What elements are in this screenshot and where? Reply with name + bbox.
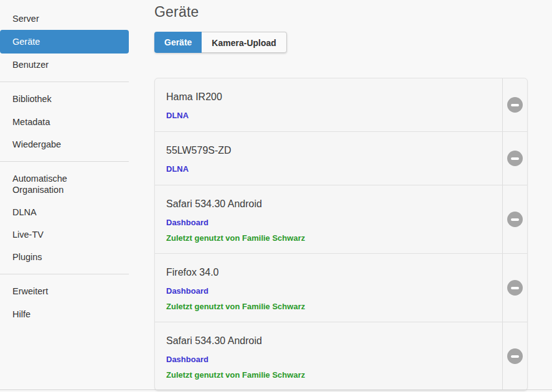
device-name: 55LW579S-ZD <box>166 145 492 156</box>
tab-bar: Geräte Kamera-Upload <box>154 32 287 53</box>
device-action-cell <box>502 132 527 185</box>
sidebar-item-label: Live-TV <box>12 230 44 240</box>
device-info: Hama IR200 DLNA <box>155 78 502 131</box>
device-last-used: Zuletzt genutzt von Familie Schwarz <box>166 370 492 380</box>
sidebar-item-bibliothek[interactable]: Bibliothek <box>0 88 129 110</box>
sidebar-divider <box>0 274 129 274</box>
sidebar-groups: Server Geräte Benutzer Bibliothek Metada… <box>0 7 129 325</box>
tab-kamera-upload[interactable]: Kamera-Upload <box>202 32 286 53</box>
sidebar-item-benutzer[interactable]: Benutzer <box>0 54 129 76</box>
device-info: Safari 534.30 Android Dashboard Zuletzt … <box>155 322 502 390</box>
sidebar-item-label: Server <box>12 14 39 24</box>
device-name: Safari 534.30 Android <box>166 198 492 210</box>
device-app-link[interactable]: DLNA <box>166 164 189 174</box>
sidebar-item-ger-te[interactable]: Geräte <box>0 30 129 54</box>
sidebar-item-wiedergabe[interactable]: Wiedergabe <box>0 133 129 156</box>
device-row: 55LW579S-ZD DLNA <box>155 132 527 185</box>
sidebar-item-label: Plugins <box>12 252 42 262</box>
device-action-cell <box>502 254 527 322</box>
sidebar-item-label: DLNA <box>12 207 37 217</box>
device-row: Safari 534.30 Android Dashboard Zuletzt … <box>155 185 527 254</box>
device-info: Firefox 34.0 Dashboard Zuletzt genutzt v… <box>155 254 502 322</box>
sidebar: Server Geräte Benutzer Bibliothek Metada… <box>0 0 129 325</box>
device-app-link[interactable]: Dashboard <box>166 355 208 364</box>
sidebar-item-plugins[interactable]: Plugins <box>0 246 129 268</box>
sidebar-item-metadata[interactable]: Metadata <box>0 111 129 133</box>
device-app-link[interactable]: Dashboard <box>166 218 208 227</box>
tab-ger-te[interactable]: Geräte <box>154 32 202 53</box>
device-row: Hama IR200 DLNA <box>155 78 527 132</box>
device-last-used: Zuletzt genutzt von Familie Schwarz <box>166 302 492 311</box>
sidebar-item-automatische-organisation[interactable]: Automatische Organisation <box>0 167 129 201</box>
sidebar-item-hilfe[interactable]: Hilfe <box>0 303 129 325</box>
minus-circle-icon <box>511 218 519 221</box>
sidebar-item-label: Geräte <box>12 37 40 47</box>
minus-circle-icon <box>511 104 519 106</box>
minus-circle-icon <box>511 287 519 289</box>
main-content: Geräte Geräte Kamera-Upload Hama IR200 D… <box>154 0 528 391</box>
device-action-cell <box>502 185 527 253</box>
minus-circle-icon <box>511 157 519 160</box>
remove-device-button[interactable] <box>507 280 523 296</box>
minus-circle-icon <box>511 355 519 358</box>
device-name: Safari 534.30 Android <box>166 335 492 347</box>
sidebar-item-label: Bibliothek <box>12 94 52 104</box>
sidebar-item-label: Benutzer <box>12 60 49 70</box>
device-name: Hama IR200 <box>166 91 492 103</box>
device-app-link[interactable]: DLNA <box>166 111 189 120</box>
device-action-cell <box>502 78 527 131</box>
sidebar-item-label: Automatische Organisation <box>12 174 67 195</box>
device-row: Firefox 34.0 Dashboard Zuletzt genutzt v… <box>155 254 527 322</box>
sidebar-item-label: Hilfe <box>12 309 30 319</box>
page-title: Geräte <box>154 0 528 21</box>
sidebar-divider <box>0 82 129 82</box>
device-list: Hama IR200 DLNA 55LW579S-ZD DLNA Safari … <box>154 78 528 391</box>
device-row: Safari 534.30 Android Dashboard Zuletzt … <box>155 322 527 390</box>
settings-page: Server Geräte Benutzer Bibliothek Metada… <box>0 0 552 392</box>
device-info: 55LW579S-ZD DLNA <box>155 132 502 185</box>
sidebar-divider <box>0 161 129 162</box>
sidebar-item-label: Erweitert <box>12 286 48 296</box>
remove-device-button[interactable] <box>507 212 523 227</box>
bottom-edge-divider <box>0 390 552 390</box>
device-action-cell <box>502 322 527 390</box>
sidebar-item-label: Wiedergabe <box>12 139 61 149</box>
remove-device-button[interactable] <box>507 348 523 364</box>
sidebar-item-server[interactable]: Server <box>0 7 129 30</box>
device-last-used: Zuletzt genutzt von Familie Schwarz <box>166 233 492 243</box>
remove-device-button[interactable] <box>507 151 523 166</box>
sidebar-item-live-tv[interactable]: Live-TV <box>0 223 129 246</box>
sidebar-item-erweitert[interactable]: Erweitert <box>0 280 129 302</box>
device-info: Safari 534.30 Android Dashboard Zuletzt … <box>155 185 502 253</box>
remove-device-button[interactable] <box>507 97 523 113</box>
sidebar-item-dlna[interactable]: DLNA <box>0 201 129 223</box>
device-app-link[interactable]: Dashboard <box>166 286 208 296</box>
sidebar-item-label: Metadata <box>12 117 50 127</box>
device-name: Firefox 34.0 <box>166 267 492 278</box>
